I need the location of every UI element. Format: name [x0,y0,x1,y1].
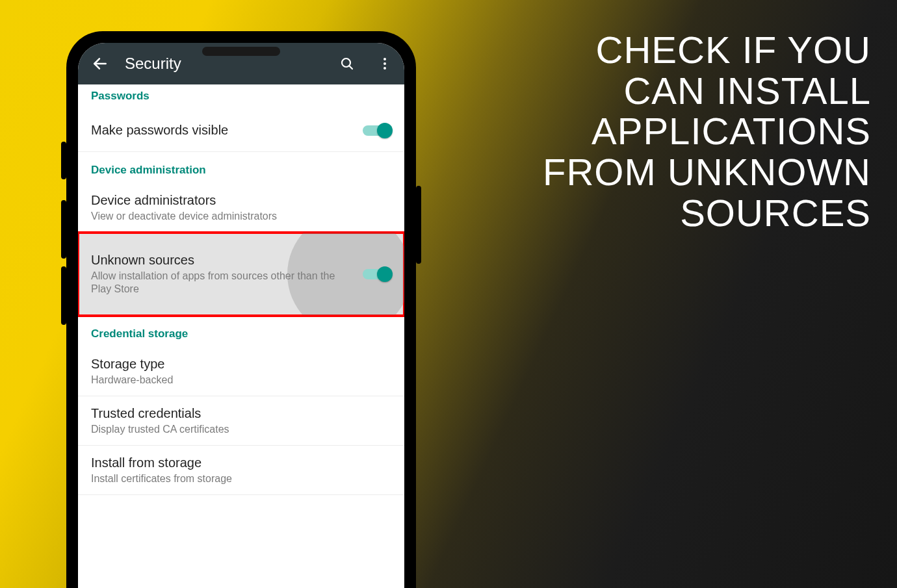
row-make-passwords-visible[interactable]: Make passwords visible [78,109,404,152]
row-subtitle: Install certificates from storage [91,472,384,485]
row-subtitle: Allow installation of apps from sources … [91,270,355,296]
svg-point-3 [384,58,386,60]
settings-content[interactable]: Passwords Make passwords visible Device … [78,84,404,588]
row-install-from-storage[interactable]: Install from storage Install certificate… [78,446,404,495]
row-title: Device administrators [91,192,384,209]
section-credential-storage: Credential storage [78,316,404,347]
row-subtitle: Hardware-backed [91,374,384,387]
row-subtitle: View or deactivate device administrators [91,210,384,223]
svg-point-5 [384,67,386,70]
row-title: Install from storage [91,455,384,471]
row-title: Unknown sources [91,252,355,268]
row-storage-type[interactable]: Storage type Hardware-backed [78,347,404,396]
row-trusted-credentials[interactable]: Trusted credentials Display trusted CA c… [78,396,404,446]
svg-point-4 [384,62,386,65]
svg-line-2 [349,66,352,69]
search-icon [339,56,355,71]
phone-side-button [61,266,66,325]
phone-frame: Security Passwords Make pass [66,31,416,588]
row-title: Trusted credentials [91,405,384,422]
appbar: Security [78,43,404,84]
arrow-left-icon [92,55,109,72]
row-device-administrators[interactable]: Device administrators View or deactivate… [78,183,404,233]
row-unknown-sources[interactable]: Unknown sources Allow installation of ap… [78,233,404,316]
row-subtitle: Display trusted CA certificates [91,423,384,436]
back-button[interactable] [87,51,113,77]
toggle-make-passwords-visible[interactable] [363,123,391,138]
stage: CHECK IF YOU CAN INSTALL APPLICATIONS FR… [0,0,897,588]
phone-screen: Security Passwords Make pass [78,43,404,588]
section-device-administration: Device administration [78,152,404,183]
phone-side-button [61,200,66,259]
phone-side-button [61,142,66,179]
overflow-menu-button[interactable] [372,51,398,77]
row-title: Storage type [91,356,384,372]
toggle-unknown-sources[interactable] [363,266,391,282]
more-vertical-icon [377,56,393,71]
phone-side-button [416,186,421,264]
appbar-title: Security [125,55,181,73]
headline-text: CHECK IF YOU CAN INSTALL APPLICATIONS FR… [543,30,871,233]
search-button[interactable] [334,51,360,77]
section-passwords: Passwords [78,84,404,109]
row-title: Make passwords visible [91,122,355,138]
